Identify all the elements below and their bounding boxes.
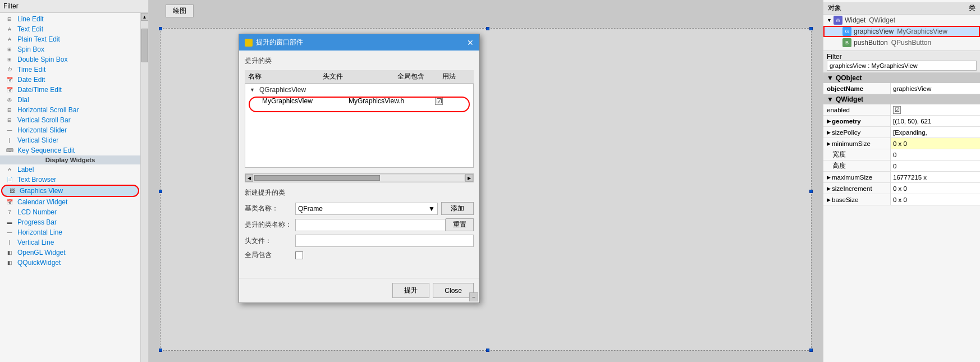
promoted-child-item[interactable]: MyGraphicsView MyGraphicsView.h ☑	[245, 95, 473, 107]
section-chevron: ▼	[827, 95, 834, 103]
widget-item-line-edit[interactable]: ⊟Line Edit	[0, 14, 140, 24]
widget-item-vertical-line[interactable]: |Vertical Line	[0, 237, 140, 248]
prop-value-objectName[interactable]: graphicsView	[891, 83, 980, 94]
prop-row-sizePolicy[interactable]: ▶sizePolicy[Expanding,	[823, 127, 980, 138]
widget-item-date/time-edit[interactable]: 📅Date/Time Edit	[0, 85, 140, 95]
prop-value-enabled[interactable]: ☑	[891, 104, 980, 115]
widget-item-double-spin-box[interactable]: ⊞Double Spin Box	[0, 54, 140, 65]
global-include-row: 全局包含	[245, 250, 474, 260]
prop-value-minimumSize[interactable]: 0 x 0	[891, 138, 980, 149]
scroll-up-arrow[interactable]: ▲	[141, 13, 149, 21]
widget-label: LCD Number	[17, 208, 57, 216]
widget-icon: ⊞	[4, 45, 15, 53]
widget-item-dial[interactable]: ◎Dial	[0, 95, 140, 105]
reset-button[interactable]: 重置	[446, 218, 474, 231]
prop-row-宽度[interactable]: 宽度0	[823, 149, 980, 161]
widget-item-spin-box[interactable]: ⊞Spin Box	[0, 44, 140, 54]
widget-item-horizontal-slider[interactable]: —Horizontal Slider	[0, 125, 140, 135]
left-scrollbar[interactable]: ▲	[140, 13, 148, 362]
tree-item-pushButton[interactable]: BpushButtonQPushButton	[823, 37, 980, 48]
widget-item-text-edit[interactable]: AText Edit	[0, 24, 140, 34]
prop-value-maximumSize[interactable]: 16777215 x	[891, 172, 980, 182]
close-button[interactable]: Close	[433, 283, 474, 298]
promoted-list[interactable]: ▼ QGraphicsView MyGraphicsView MyGraphic…	[245, 84, 474, 168]
tree-obj-name: pushButton	[854, 39, 888, 47]
widget-label: Progress Bar	[17, 218, 57, 226]
scrollbar-thumb[interactable]	[254, 175, 380, 181]
dialog-titlebar: 提升的窗口部件 ✕	[239, 34, 479, 51]
widget-item-date-edit[interactable]: 📅Date Edit	[0, 75, 140, 85]
prop-row-baseSize[interactable]: ▶baseSize0 x 0	[823, 194, 980, 205]
header-file-input[interactable]	[295, 235, 474, 247]
prop-row-enabled[interactable]: enabled☑	[823, 104, 980, 116]
handle-ml	[159, 190, 162, 193]
prop-row-高度[interactable]: 高度0	[823, 161, 980, 172]
widget-label: Date Edit	[17, 76, 45, 84]
scroll-right-arrow[interactable]: ▶	[465, 174, 473, 182]
base-class-value: QFrame	[298, 205, 323, 213]
widget-icon: ⊟	[4, 106, 15, 114]
promoted-name-label: 提升的类名称：	[245, 220, 295, 230]
scroll-left-arrow[interactable]: ◀	[245, 174, 253, 182]
widget-item-time-edit[interactable]: ⏱Time Edit	[0, 65, 140, 75]
dialog-close-button[interactable]: ✕	[467, 38, 474, 47]
widget-item-lcd-number[interactable]: 7LCD Number	[0, 207, 140, 217]
tree-obj-class: MyGraphicsView	[897, 28, 947, 35]
tree-item-Widget[interactable]: ▼WWidgetQWidget	[823, 15, 980, 26]
prop-name-sizePolicy: ▶sizePolicy	[823, 127, 891, 138]
widget-item-vertical-scroll-bar[interactable]: ⊟Vertical Scroll Bar	[0, 115, 140, 125]
prop-checkbox[interactable]: ☑	[893, 106, 901, 114]
widget-item-qquickwidget[interactable]: ◧QQuickWidget	[0, 258, 140, 268]
prop-value-sizeIncrement[interactable]: 0 x 0	[891, 183, 980, 194]
draw-button[interactable]: 绘图	[166, 4, 194, 17]
promote-button[interactable]: 提升	[392, 283, 429, 298]
widget-item-plain-text-edit[interactable]: APlain Text Edit	[0, 34, 140, 44]
widget-icon: ◧	[4, 249, 15, 256]
right-panel: 对象 类 ▼WWidgetQWidgetGgraphicsViewMyGraph…	[823, 0, 980, 362]
property-filter-input[interactable]	[827, 61, 977, 71]
expand-chevron: ▶	[827, 197, 831, 203]
widget-item-graphics-view[interactable]: 🖼Graphics View	[1, 185, 139, 197]
scroll-thumb[interactable]	[141, 29, 148, 62]
widget-item-calendar-widget[interactable]: 📅Calendar Widget	[0, 197, 140, 207]
section-title: QWidget	[836, 95, 863, 103]
widget-item-progress-bar[interactable]: ▬Progress Bar	[0, 217, 140, 227]
widget-item-opengl-widget[interactable]: ◧OpenGL Widget	[0, 248, 140, 258]
widget-item-horizontal-line[interactable]: —Horizontal Line	[0, 227, 140, 237]
prop-value-高度[interactable]: 0	[891, 161, 980, 171]
prop-row-maximumSize[interactable]: ▶maximumSize16777215 x	[823, 172, 980, 183]
widget-item-label[interactable]: ALabel	[0, 164, 140, 175]
prop-row-sizeIncrement[interactable]: ▶sizeIncrement0 x 0	[823, 183, 980, 194]
tree-item-graphicsView[interactable]: GgraphicsViewMyGraphicsView	[823, 26, 980, 37]
prop-row-objectName[interactable]: objectNamegraphicsView	[823, 83, 980, 94]
prop-value-baseSize[interactable]: 0 x 0	[891, 194, 980, 205]
global-include-checkbox[interactable]	[295, 251, 303, 259]
prop-name-objectName: objectName	[823, 83, 891, 94]
promoted-name-input[interactable]	[295, 219, 446, 231]
base-class-select[interactable]: QFrame ▼	[295, 203, 438, 215]
widget-item-horizontal-scroll-bar[interactable]: ⊟Horizontal Scroll Bar	[0, 105, 140, 115]
widget-icon: ⊟	[4, 116, 15, 124]
widget-item-key-sequence-edit[interactable]: ⌨Key Sequence Edit	[0, 145, 140, 155]
widget-item-vertical-slider[interactable]: |Vertical Slider	[0, 135, 140, 145]
prop-name-宽度: 宽度	[823, 149, 891, 160]
prop-value-宽度[interactable]: 0	[891, 149, 980, 160]
horizontal-scrollbar[interactable]: ◀ ▶ –	[245, 173, 474, 182]
handle-bm	[486, 349, 489, 352]
widget-label: Horizontal Slider	[17, 126, 67, 134]
widget-icon: ◎	[4, 96, 15, 104]
widget-item-text-browser[interactable]: 📄Text Browser	[0, 175, 140, 185]
prop-value-geometry[interactable]: [(10, 50), 621	[891, 116, 980, 126]
add-button[interactable]: 添加	[441, 202, 474, 215]
tree-chevron: ▼	[827, 17, 832, 23]
widget-label: QQuickWidget	[17, 259, 61, 267]
prop-row-geometry[interactable]: ▶geometry[(10, 50), 621	[823, 116, 980, 127]
object-panel-header: 对象 类	[823, 2, 980, 15]
widget-icon: ⊟	[4, 15, 15, 23]
widget-icon: 📅	[4, 198, 15, 206]
prop-value-sizePolicy[interactable]: [Expanding,	[891, 127, 980, 138]
prop-row-minimumSize[interactable]: ▶minimumSize0 x 0	[823, 138, 980, 149]
expand-chevron: ▶	[827, 118, 831, 124]
tree-icon: W	[834, 16, 842, 25]
child-checkbox[interactable]: ☑	[435, 97, 443, 105]
